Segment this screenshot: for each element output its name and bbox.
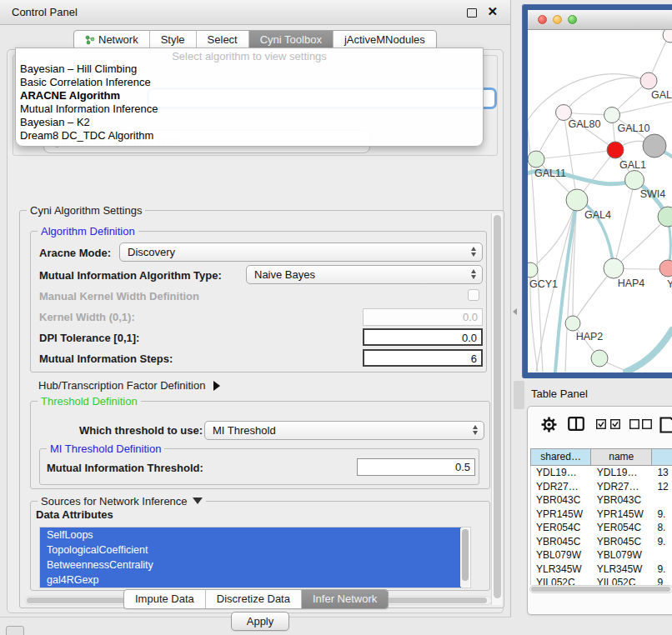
algorithm-option[interactable]: Mutual Information Inference <box>16 102 483 116</box>
network-node-gal4[interactable] <box>566 189 588 211</box>
algorithm-option[interactable]: Basic Correlation Inference <box>16 76 483 89</box>
table-cell: YIL052C <box>531 576 592 585</box>
screen: { "colors": { "blue_title": "#2323dd", "… <box>0 0 672 635</box>
network-node-gal10[interactable] <box>604 108 620 123</box>
splitter-handle-icon[interactable] <box>513 308 517 315</box>
algorithm-option[interactable]: Bayesian – Hill Climbing <box>16 62 483 76</box>
gear-icon[interactable] <box>541 417 557 432</box>
mac-close-button[interactable] <box>538 15 547 24</box>
table-cell: YDL19… <box>531 466 592 480</box>
kernel-width-field[interactable]: 0.0 <box>363 308 483 326</box>
node-label: Y <box>667 278 672 290</box>
manual-kernel-checkbox[interactable] <box>468 289 479 301</box>
table-column-header[interactable]: shared… <box>530 448 591 466</box>
tab-network[interactable]: Network <box>74 31 150 49</box>
collapsed-panel-button[interactable] <box>6 626 24 635</box>
table-row[interactable]: YBR045CYBR045C9. <box>531 535 672 549</box>
table-cell: 9. <box>652 508 672 522</box>
network-node-gal[interactable] <box>640 72 657 89</box>
aracne-mode-label: Aracne Mode: <box>39 247 111 259</box>
apply-button[interactable]: Apply <box>231 612 289 631</box>
table-cell: YBR043C <box>531 493 592 508</box>
network-node-gal1[interactable] <box>607 142 624 158</box>
table-row[interactable]: YIL052CYIL052C9 <box>531 576 672 585</box>
algorithm-option[interactable]: Dream8 DC_TDC Algorithm <box>16 129 483 142</box>
network-edge[interactable] <box>536 150 615 159</box>
tab-label: Network <box>98 31 138 49</box>
import-table-icon[interactable] <box>659 417 672 433</box>
network-node[interactable] <box>658 207 672 227</box>
attribute-item[interactable]: gal4RGexp <box>40 572 461 588</box>
algorithm-dropdown-popup: Select algorithm to view settings Bayesi… <box>15 48 484 147</box>
tab-infer-network[interactable]: Infer Network <box>302 590 388 608</box>
network-edge[interactable] <box>564 78 649 112</box>
attribute-item[interactable]: TopologicalCoefficient <box>40 542 461 558</box>
attributes-scrollbar[interactable] <box>460 528 469 587</box>
network-view-window: GALGAL80GAL10GAL1GAL11SWI4GAL4GCY1HAP4YH… <box>522 4 672 378</box>
node-label: GAL4 <box>584 209 611 221</box>
table-row[interactable]: YDR27…YDR27…12 <box>531 480 672 494</box>
sources-legend[interactable]: Sources for Network Inference <box>38 495 206 508</box>
tab-select[interactable]: Select <box>197 31 249 49</box>
mac-zoom-button[interactable] <box>568 15 577 24</box>
tab-cyni-toolbox[interactable]: Cyni Toolbox <box>249 31 333 49</box>
attribute-item[interactable]: BetweennessCentrality <box>40 558 461 572</box>
threshold-definition-group: Threshold Definition Which threshold to … <box>30 401 490 489</box>
network-node-hap2[interactable] <box>565 316 580 331</box>
table-cell: YDL19… <box>592 466 653 480</box>
tab-discretize-data[interactable]: Discretize Data <box>206 590 302 608</box>
network-node-gal11[interactable] <box>528 151 544 168</box>
tab-impute-data[interactable]: Impute Data <box>124 590 206 608</box>
network-edge[interactable] <box>614 217 668 268</box>
network-node-hap4[interactable] <box>604 258 624 278</box>
network-view-titlebar[interactable] <box>528 10 672 30</box>
expanded-arrow-icon <box>193 498 203 504</box>
table-column-header[interactable]: name <box>591 448 652 466</box>
table-row[interactable]: YBR043CYBR043C <box>531 493 672 508</box>
data-attributes-list[interactable]: SelfLoopsTopologicalCoefficientBetweenne… <box>39 527 471 588</box>
network-node[interactable] <box>591 350 608 367</box>
table-row[interactable]: YPR145WYPR145W9. <box>531 508 672 522</box>
network-node-y[interactable] <box>659 260 672 277</box>
which-threshold-combo[interactable]: MI Threshold <box>204 421 484 440</box>
close-window-button[interactable]: ✕ <box>487 4 498 19</box>
table-column-header[interactable] <box>652 448 672 466</box>
network-edge-strong[interactable] <box>626 330 672 372</box>
table-cell: YBR043C <box>592 493 653 508</box>
mi-threshold-field[interactable]: 0.5 <box>357 458 475 476</box>
table-row[interactable]: YER054CYER054C8. <box>531 521 672 535</box>
table-panel-title: Table Panel <box>531 388 588 400</box>
checked-pair-icon[interactable] <box>596 419 620 429</box>
tab-style[interactable]: Style <box>150 31 197 49</box>
mi-steps-field[interactable]: 6 <box>363 349 483 367</box>
aracne-mode-combo[interactable]: Discovery <box>119 242 483 262</box>
network-node[interactable] <box>663 30 672 42</box>
algorithm-definition-group: Algorithm Definition Aracne Mode: Discov… <box>30 231 487 372</box>
mac-minimize-button[interactable] <box>553 15 562 24</box>
mi-steps-label: Mutual Information Steps: <box>39 352 173 365</box>
network-node[interactable] <box>643 134 666 158</box>
table-row[interactable]: YBL079WYBL079W <box>531 548 672 562</box>
mi-type-combo[interactable]: Naive Bayes <box>246 265 483 284</box>
tab-jactivemnodules[interactable]: jActiveMNodules <box>333 31 436 49</box>
algorithm-option[interactable]: Bayesian – K2 <box>16 116 483 129</box>
split-columns-icon[interactable] <box>568 417 584 431</box>
network-canvas[interactable]: GALGAL80GAL10GAL1GAL11SWI4GAL4GCY1HAP4YH… <box>528 30 672 372</box>
hub-definition-toggle[interactable]: Hub/Transcription Factor Definition <box>38 379 220 392</box>
table-row[interactable]: YDL19…YDL19…13 <box>531 466 672 480</box>
network-edge[interactable] <box>612 102 672 115</box>
network-edge[interactable] <box>614 182 634 268</box>
table-row[interactable]: YLR345WYLR345W9. <box>531 562 672 577</box>
settings-vertical-scrollbar[interactable] <box>491 213 502 605</box>
attribute-item[interactable]: SelfLoops <box>40 528 461 542</box>
algorithm-option[interactable]: ARACNE Algorithm <box>16 89 483 102</box>
network-node-swi4[interactable] <box>625 171 644 190</box>
tab-label: Discretize Data <box>217 590 290 608</box>
unchecked-pair-icon[interactable] <box>629 419 652 429</box>
side-scroll-thumb[interactable] <box>514 381 524 409</box>
float-window-button[interactable] <box>467 8 477 18</box>
node-label: GCY1 <box>529 278 558 290</box>
table-horizontal-scrollbar[interactable] <box>529 585 672 593</box>
dpi-tolerance-field[interactable]: 0.0 <box>363 328 483 346</box>
stepper-icon <box>473 425 478 435</box>
